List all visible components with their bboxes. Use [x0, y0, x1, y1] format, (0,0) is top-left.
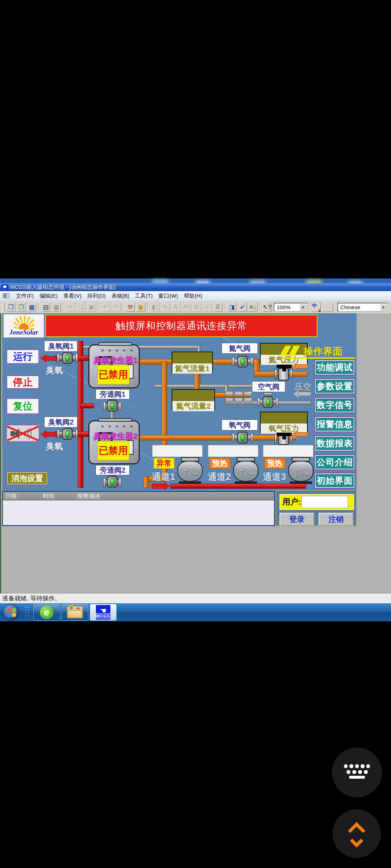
ozone1-flow-arrow [41, 356, 56, 361]
nitrogen-valve[interactable] [232, 354, 253, 369]
exchanger-plate [225, 391, 233, 396]
run-button[interactable]: 运行 [7, 349, 39, 364]
list-icon[interactable]: ≡ [202, 302, 212, 312]
nav-initial-screen[interactable]: 初始界面 [314, 473, 355, 489]
toolbar-separator [123, 303, 123, 312]
edit-icon[interactable]: ✎ [160, 302, 170, 312]
nav-data-report[interactable]: 数据报表 [314, 435, 355, 451]
menu-view[interactable]: 查看(V) [60, 292, 84, 300]
nitrogen-pressure-label: 氮气压力 [261, 355, 307, 365]
menu-table[interactable]: 表格[B] [109, 292, 132, 300]
logout-button[interactable]: 注销 [319, 513, 353, 526]
check-icon[interactable]: ✔ [237, 302, 247, 312]
reset-button[interactable]: 复位 [7, 398, 39, 414]
generator1-status-badge: 已禁用 [97, 365, 129, 384]
keyboard-fab-button[interactable] [332, 748, 382, 797]
print-icon[interactable]: ▤ [41, 302, 51, 312]
font-size-icon[interactable]: Aª [181, 302, 191, 312]
chevron-down-icon[interactable]: ▼ [380, 304, 387, 310]
undo-icon[interactable]: ↶ [101, 302, 110, 312]
blank-toolbar-button[interactable] [322, 302, 333, 312]
generator1-name: 臭氧发生器1 [91, 355, 139, 366]
copy-icon[interactable]: ❏ [76, 302, 86, 312]
save-icon[interactable]: ▦ [27, 302, 37, 312]
help-cursor-icon[interactable]: ↖? [262, 302, 272, 312]
sort-icon[interactable]: ≡↓ [248, 302, 258, 312]
menu-edit[interactable]: 编辑(E) [37, 292, 60, 300]
nav-alarm-info[interactable]: 报警信息 [314, 416, 355, 432]
generator2-name: 臭氧发生器2 [91, 431, 139, 442]
taskbar-mcgs-button[interactable]: ☚ MCGS [90, 604, 117, 621]
scroll-toggle-fab-button[interactable] [332, 809, 381, 858]
paste-icon[interactable]: ▣ [87, 302, 96, 312]
channel3-display [263, 445, 314, 457]
taskbar-browser-button[interactable]: e [33, 604, 60, 621]
channel3-motor: ↑→ [287, 457, 314, 484]
bypass-valve2[interactable] [104, 475, 121, 488]
keyboard-icon [344, 764, 370, 781]
user-label: 用户: [280, 497, 301, 507]
redo-icon[interactable]: ↷ [111, 302, 121, 312]
toolbar-grip[interactable] [3, 303, 4, 312]
grid-icon[interactable]: ⠿ [213, 302, 223, 312]
nav-function-debug[interactable]: 功能调试 [314, 359, 355, 375]
air-valve-label: 空气阀 [252, 381, 285, 392]
tools-icon[interactable]: ⚒ [125, 302, 135, 312]
valve-open-indicator [266, 398, 270, 406]
translate-button[interactable]: 中A [311, 302, 321, 312]
print-preview-icon[interactable]: ◎ [51, 302, 61, 312]
menu-file[interactable]: 文件(F) [13, 292, 37, 300]
font-box-icon[interactable]: A [171, 302, 181, 312]
ozone-valve1-label: 臭氧阀1 [44, 341, 77, 352]
taskbar-explorer-button[interactable] [62, 604, 88, 621]
nav-underline [282, 357, 355, 359]
user-input[interactable] [302, 496, 348, 508]
fill-icon[interactable]: ◧ [150, 302, 160, 312]
nav-company-intro[interactable]: 公司介绍 [314, 454, 355, 470]
child-window-icon[interactable] [3, 293, 9, 298]
mcgs-app-icon [2, 284, 8, 290]
oxygen-valve[interactable] [232, 430, 253, 445]
valve-open-indicator [240, 358, 245, 366]
stop-button[interactable]: 停止 [7, 375, 39, 389]
cut-icon[interactable]: ✂ [66, 302, 75, 312]
language-value: Chinese [340, 304, 360, 310]
mute-alarm-button[interactable] [6, 425, 39, 442]
translate-cn-glyph: 中 [312, 303, 317, 309]
nav-parameter-settings[interactable]: 参数设置 [314, 378, 355, 394]
alarm-table[interactable]: 日期 时间 报警描述 [2, 491, 275, 526]
open-icon[interactable]: ❒ [16, 302, 26, 312]
lines-icon[interactable]: ≣ [192, 302, 202, 312]
defoam-settings-button[interactable]: 消泡设置 [7, 472, 48, 485]
zoom-select[interactable]: 100% ▼ [274, 303, 308, 312]
taskbar-grip[interactable] [25, 606, 30, 618]
air-valve[interactable] [258, 395, 278, 409]
nitrogen-valve-label: 氮气阀 [222, 343, 258, 354]
toolbar-separator [38, 303, 39, 312]
ozone-valve2[interactable] [57, 427, 77, 441]
exchanger-plate [235, 398, 243, 403]
ozone-generator-2[interactable]: 臭氧发生器2 已禁用 [88, 420, 140, 464]
ozone-valve1[interactable] [57, 351, 77, 365]
channel3-status-badge: 预热 [264, 458, 285, 469]
ozone-generator-1[interactable]: 臭氧发生器1 已禁用 [88, 344, 140, 388]
window-titlebar[interactable]: MCGS嵌入版组态环境 - [动画组态操作界面] [0, 283, 391, 291]
language-select[interactable]: Chinese ▼ [337, 303, 388, 312]
menu-help[interactable]: 帮助(H) [181, 292, 205, 300]
alarm-col-time: 时间 [43, 493, 77, 500]
start-button[interactable] [3, 604, 20, 621]
frame-icon[interactable]: ▣ [136, 302, 146, 312]
properties-icon[interactable]: ◨ [227, 302, 237, 312]
menu-tools[interactable]: 工具(T) [132, 292, 155, 300]
login-button[interactable]: 登录 [279, 513, 314, 526]
user-login-panel: 用户: 登录 注销 [276, 490, 357, 526]
bypass-valve1[interactable] [104, 399, 121, 412]
menu-window[interactable]: 窗口(W) [155, 292, 181, 300]
nav-digital-signal[interactable]: 数字信号 [314, 397, 355, 413]
new-window-icon[interactable]: ❐ [6, 302, 16, 312]
chevron-down-icon[interactable]: ▼ [300, 304, 306, 310]
chevron-down-icon [350, 834, 363, 848]
exchanger-plate [225, 398, 233, 403]
pipe-orange-bottom-drop [144, 477, 149, 488]
menu-arrange[interactable]: 排列(D) [84, 292, 109, 300]
